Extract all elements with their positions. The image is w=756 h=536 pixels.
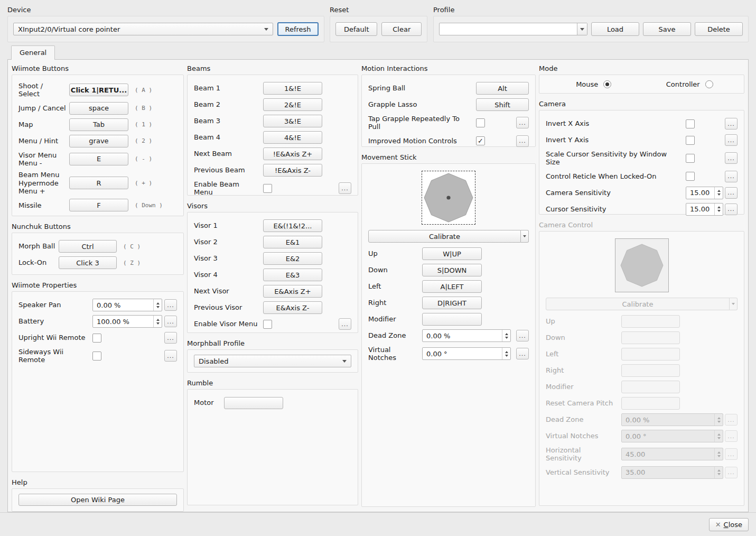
control-reticle-advanced-button[interactable]: ... [725,171,738,182]
stick-down-mapping-button[interactable]: S|DOWN [422,264,482,276]
battery-spinbox[interactable]: 100.00 % [92,315,162,328]
morph-ball-mapping-button[interactable]: Ctrl [59,240,117,253]
improved-motion-checkbox[interactable]: ✓ [476,136,485,145]
clear-button[interactable]: Clear [381,22,422,36]
spin-down-arrow-icon[interactable] [505,337,508,339]
virtual-notches-advanced-button[interactable]: ... [516,348,529,359]
spin-down-arrow-icon[interactable] [156,322,160,325]
controller-mode-option[interactable]: Controller [642,80,738,88]
spin-down-arrow-icon[interactable] [717,193,721,196]
scale-cursor-checkbox[interactable] [686,154,695,163]
spin-up-arrow-icon[interactable] [717,190,721,192]
beam-1-mapping-button[interactable]: 1&!E [263,82,322,95]
next-visor-mapping-button[interactable]: E&Axis Z+ [263,285,322,298]
nunchuk-buttons-title: Nunchuk Buttons [12,221,184,232]
lock-on-mapping-button[interactable]: Click 3 [59,256,117,269]
stick-modifier-mapping-button[interactable] [422,313,482,326]
previous-visor-mapping-button[interactable]: E&Axis Z- [263,301,322,314]
mouse-radio[interactable] [603,80,611,88]
visor-3-mapping-button[interactable]: E&2 [263,252,322,265]
beam-4-mapping-button[interactable]: 4&!E [263,131,322,144]
spin-up-arrow-icon[interactable] [156,302,160,304]
tab-general[interactable]: General [11,45,55,60]
control-reticle-checkbox[interactable] [686,172,695,181]
upright-advanced-button[interactable]: ... [164,332,177,344]
visor-menu-mapping-button[interactable]: E [69,153,128,165]
beam-menu-advanced-button[interactable]: ... [339,182,351,194]
spinner-arrows[interactable] [502,348,510,359]
spin-down-arrow-icon[interactable] [717,210,721,212]
beam-menu-mapping-button[interactable]: R [69,177,128,189]
tap-grapple-checkbox[interactable] [476,118,485,127]
invert-x-advanced-button[interactable]: ... [725,118,738,130]
invert-y-checkbox[interactable] [686,136,695,145]
save-button[interactable]: Save [643,22,691,36]
virtual-notches-spinbox[interactable]: 0.00 ° [422,347,511,360]
jump-cancel-mapping-button[interactable]: space [69,102,128,115]
profile-combobox[interactable] [439,23,587,35]
spring-ball-mapping-button[interactable]: Alt [476,82,529,95]
next-beam-mapping-button[interactable]: !E&Axis Z+ [263,147,322,160]
stick-left-mapping-button[interactable]: A|LEFT [422,280,482,293]
visor-4-mapping-button[interactable]: E&3 [263,269,322,281]
device-combobox[interactable]: XInput2/0/Virtual core pointer [13,23,273,35]
speaker-pan-advanced-button[interactable]: ... [164,299,177,311]
sideways-advanced-button[interactable]: ... [164,350,177,362]
beam-2-mapping-button[interactable]: 2&!E [263,98,322,111]
morphball-profile-combobox[interactable]: Disabled [194,355,351,367]
spin-up-arrow-icon[interactable] [505,333,508,335]
spin-up-arrow-icon[interactable] [156,319,160,321]
motor-mapping-button[interactable] [224,397,283,409]
close-button[interactable]: ✕Close [709,518,749,531]
spin-up-arrow-icon[interactable] [717,206,721,208]
dead-zone-spinbox[interactable]: 0.00 % [422,329,511,342]
stick-up-mapping-button[interactable]: W|UP [422,247,482,260]
sideways-wii-remote-checkbox[interactable] [92,352,101,361]
shoot-select-mapping-button[interactable]: Click 1|RETU... [69,84,128,96]
cursor-sensitivity-spinbox[interactable]: 15.00 [686,203,723,216]
map-mapping-button[interactable]: Tab [69,118,128,131]
mouse-mode-option[interactable]: Mouse [546,80,642,88]
missile-mapping-button[interactable]: F [69,199,128,211]
visor-2-mapping-button[interactable]: E&1 [263,236,322,248]
spin-up-arrow-icon[interactable] [505,351,508,353]
upright-wii-remote-checkbox[interactable] [92,334,101,343]
spinner-arrows[interactable] [714,204,723,215]
spin-down-arrow-icon[interactable] [156,306,160,308]
open-wiki-page-button[interactable]: Open Wiki Page [18,494,177,506]
speaker-pan-spinbox[interactable]: 0.00 % [92,299,162,311]
default-button[interactable]: Default [335,22,377,36]
grapple-lasso-mapping-button[interactable]: Shift [476,98,529,111]
refresh-button[interactable]: Refresh [277,22,319,36]
battery-advanced-button[interactable]: ... [164,316,177,327]
beam-3-mapping-button[interactable]: 3&!E [263,115,322,127]
dead-zone-advanced-button[interactable]: ... [516,330,529,341]
improved-motion-advanced-button[interactable]: ... [516,135,529,147]
visor-1-mapping-button[interactable]: E&(!1&!2... [263,219,322,232]
movement-calibrate-dropdown-button[interactable] [521,230,529,243]
delete-button[interactable]: Delete [695,22,743,36]
controller-radio[interactable] [705,80,713,88]
spinner-arrows[interactable] [153,299,162,311]
movement-calibrate-button[interactable]: Calibrate [368,230,521,243]
profile-dropdown-button[interactable] [577,23,587,35]
tap-grapple-advanced-button[interactable]: ... [516,117,529,128]
invert-y-advanced-button[interactable]: ... [725,134,738,146]
spinner-arrows[interactable] [153,316,162,327]
invert-x-checkbox[interactable] [686,119,695,128]
enable-beam-menu-checkbox[interactable] [263,184,272,193]
scale-cursor-advanced-button[interactable]: ... [725,152,738,164]
camera-sensitivity-advanced-button[interactable]: ... [725,187,738,199]
cursor-sensitivity-advanced-button[interactable]: ... [725,204,738,215]
spin-down-arrow-icon[interactable] [505,355,508,357]
enable-visor-menu-checkbox[interactable] [263,320,272,329]
previous-beam-mapping-button[interactable]: !E&Axis Z- [263,164,322,177]
load-button[interactable]: Load [591,22,639,36]
spinner-arrows[interactable] [502,330,510,341]
stick-right-mapping-button[interactable]: D|RIGHT [422,297,482,309]
spinner-arrows[interactable] [714,187,723,199]
visor-menu-advanced-button[interactable]: ... [339,318,351,330]
camera-sensitivity-spinbox[interactable]: 15.00 [686,187,723,199]
menu-hint-mapping-button[interactable]: grave [69,135,128,147]
missile-label: Missile [18,201,69,209]
